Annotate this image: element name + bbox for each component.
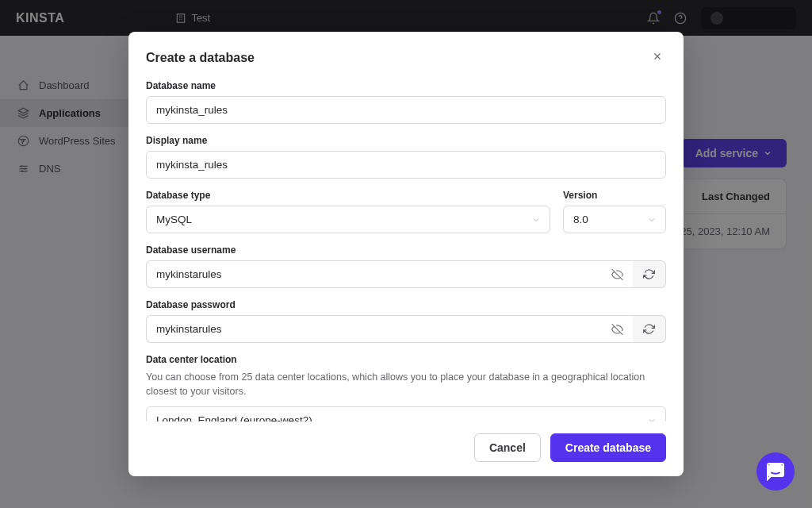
close-button[interactable] — [649, 46, 666, 69]
modal-overlay: Create a database Database name Display … — [0, 0, 812, 508]
create-database-button[interactable]: Create database — [550, 433, 666, 462]
label-version: Version — [563, 190, 666, 201]
refresh-icon — [643, 268, 655, 280]
dc-loc-description: You can choose from 25 data center locat… — [146, 370, 666, 398]
display-name-input[interactable] — [146, 151, 666, 179]
label-db-name: Database name — [146, 80, 666, 91]
eye-off-icon[interactable] — [611, 323, 623, 335]
regenerate-username-button[interactable] — [633, 260, 666, 288]
eye-off-icon[interactable] — [611, 268, 623, 280]
label-db-pass: Database password — [146, 299, 666, 310]
label-db-type: Database type — [146, 190, 550, 201]
data-center-select[interactable] — [146, 406, 666, 421]
database-name-input[interactable] — [146, 96, 666, 124]
svg-rect-3 — [768, 464, 783, 477]
database-type-select[interactable] — [146, 206, 550, 233]
label-db-user: Database username — [146, 244, 666, 256]
database-password-input[interactable] — [146, 315, 633, 343]
database-username-input[interactable] — [146, 260, 633, 288]
close-icon — [652, 51, 663, 62]
version-select[interactable] — [563, 206, 666, 233]
regenerate-password-button[interactable] — [633, 315, 666, 343]
create-database-modal: Create a database Database name Display … — [128, 32, 684, 476]
cancel-button[interactable]: Cancel — [474, 433, 541, 462]
chat-icon — [766, 462, 785, 481]
label-display-name: Display name — [146, 135, 666, 146]
intercom-launcher[interactable] — [756, 452, 795, 491]
refresh-icon — [643, 323, 655, 335]
modal-title: Create a database — [146, 51, 255, 65]
label-dc-loc: Data center location — [146, 354, 666, 365]
